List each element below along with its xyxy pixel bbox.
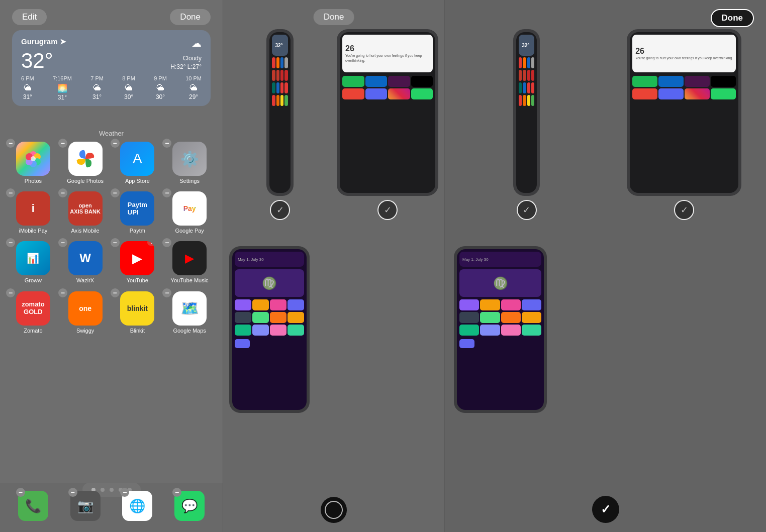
panel-wallpaper-picker: Done 32° ✓ xyxy=(223,0,444,532)
edit-button[interactable]: Edit xyxy=(12,9,47,25)
done-button-1[interactable]: Done xyxy=(170,9,211,25)
preview-quote-screen-3[interactable]: 26 You're going to hurt your own feeling… xyxy=(609,29,760,220)
preview-quote-screen[interactable]: 26 You're going to hurt your own feeling… xyxy=(337,29,438,220)
app-groww[interactable]: 📊 Groww xyxy=(7,239,59,286)
dock-app-camera[interactable]: 📷 xyxy=(69,489,102,523)
preview-purple-screen-3[interactable]: May 1, July 30 ♍ xyxy=(454,246,547,413)
preview-main-screen-3[interactable]: 32° ✓ xyxy=(451,29,603,220)
app-settings[interactable]: ⚙️ Settings xyxy=(163,140,216,186)
app-axis[interactable]: openAXIS BANK Axis Mobile xyxy=(59,189,112,236)
done-button-3[interactable]: Done xyxy=(711,9,754,27)
app-imobile[interactable]: i iMobile Pay xyxy=(7,189,59,236)
app-app-store[interactable]: A App Store xyxy=(112,140,164,186)
panel-wallpaper-confirm: Done 32° ✓ xyxy=(444,0,766,532)
app-photos[interactable]: Photos xyxy=(7,140,59,186)
preview-grid-top-3: 32° ✓ 26 xyxy=(451,29,760,220)
app-zomato[interactable]: zomatoGOLD Zomato xyxy=(7,289,59,336)
app-swiggy[interactable]: one Swiggy xyxy=(59,289,112,336)
check-4[interactable]: ✓ xyxy=(674,200,694,220)
bottom-app-dock: 📞 📷 🌐 💬 xyxy=(0,483,223,532)
app-grid: Photos Google Photos A App Store xyxy=(7,140,216,336)
done-button-2[interactable]: Done xyxy=(314,9,354,25)
weather-hourly: 6 PM🌥31° 7:16PM🌅31° 7 PM🌥31° 8 PM🌥30° 9 … xyxy=(21,75,202,101)
svg-point-6 xyxy=(31,156,36,161)
app-gpay[interactable]: Pay Google Pay xyxy=(163,189,216,236)
preview-grid-top: 32° ✓ 26 xyxy=(229,29,438,220)
weather-cloud-icon: ☁ xyxy=(191,37,202,49)
check-3[interactable]: ✓ xyxy=(517,200,537,220)
app-wazirx[interactable]: W WazirX xyxy=(59,239,112,286)
weather-city: Gurugram ➤ xyxy=(21,37,66,46)
panel-homescreen: Edit Done Gurugram ➤ ☁ 32° Cloudy H:32° … xyxy=(0,0,223,532)
app-youtube-music[interactable]: ▶ YouTube Music xyxy=(163,239,216,286)
home-button-2[interactable] xyxy=(321,497,347,523)
app-google-maps[interactable]: 🗺️ Google Maps xyxy=(163,289,216,336)
app-google-photos[interactable]: Google Photos xyxy=(59,140,112,186)
preview-main-screen[interactable]: 32° ✓ xyxy=(229,29,331,220)
weather-temp: 32° xyxy=(21,50,53,71)
app-youtube[interactable]: ▶ 6 YouTube xyxy=(112,239,164,286)
preview-purple-screen[interactable]: May 1, July 30 ♍ xyxy=(229,246,310,413)
dock-app-phone[interactable]: 📞 xyxy=(17,489,49,523)
home-button-checked-3[interactable]: ✓ xyxy=(592,496,619,523)
weather-widget: Gurugram ➤ ☁ 32° Cloudy H:32° L:27° 6 PM… xyxy=(12,30,211,106)
dock-app-chrome[interactable]: 🌐 xyxy=(121,489,153,523)
app-blinkit[interactable]: blinkit Blinkit xyxy=(112,289,164,336)
dock-app-whatsapp[interactable]: 💬 xyxy=(173,489,206,523)
weather-label: Weather xyxy=(0,130,223,137)
weather-desc: Cloudy H:32° L:27° xyxy=(170,54,202,71)
check-2[interactable]: ✓ xyxy=(377,200,398,220)
check-1[interactable]: ✓ xyxy=(270,200,290,220)
app-paytm[interactable]: PaytmUPI Paytm xyxy=(112,189,164,236)
